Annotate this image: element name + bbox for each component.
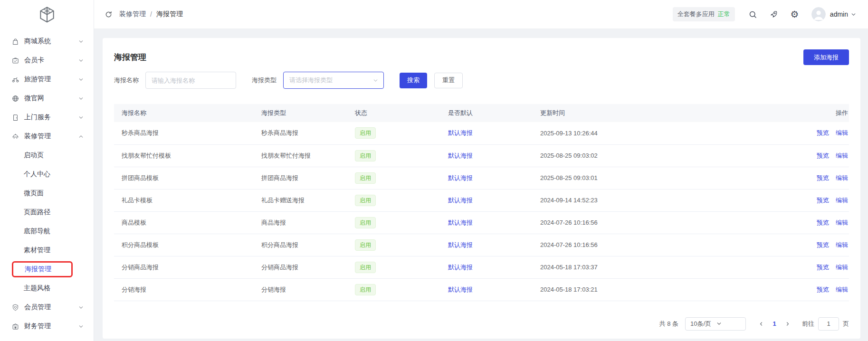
sidebar-item-member-card[interactable]: 会员卡: [0, 51, 94, 70]
member-icon: [11, 303, 19, 312]
edit-link[interactable]: 编辑: [836, 219, 848, 226]
sidebar-item-launch-page[interactable]: 启动页: [0, 146, 94, 165]
main-area: 装修管理 / 海报管理 全套餐多应用 正常 ⚙ admin: [94, 0, 868, 341]
default-poster-link[interactable]: 默认海报: [448, 264, 473, 271]
sidebar-item-finance[interactable]: 财务管理: [0, 317, 94, 336]
status-badge: 启用: [355, 284, 376, 295]
cell-actions: 预览编辑: [768, 211, 849, 234]
sidebar-item-label: 微页面: [24, 189, 44, 198]
status-badge: 启用: [355, 150, 376, 161]
goto-page-input[interactable]: [818, 317, 839, 331]
refresh-icon[interactable]: [105, 10, 113, 19]
sidebar-item-bottom-nav[interactable]: 底部导航: [0, 222, 94, 241]
gear-icon[interactable]: ⚙: [790, 10, 799, 19]
chevron-down-icon: [78, 76, 84, 83]
current-page[interactable]: 1: [768, 320, 781, 327]
preview-link[interactable]: 预览: [817, 286, 829, 293]
default-poster-link[interactable]: 默认海报: [448, 197, 473, 204]
col-actions: 操作: [768, 104, 849, 122]
sidebar-item-poster[interactable]: 海报管理: [0, 260, 94, 279]
preview-link[interactable]: 预览: [817, 174, 829, 181]
sidebar-item-decoration[interactable]: 装修管理: [0, 127, 94, 146]
poster-name-input[interactable]: [145, 72, 236, 89]
default-poster-link[interactable]: 默认海报: [448, 152, 473, 159]
search-icon[interactable]: [748, 10, 757, 19]
status-badge: 启用: [355, 127, 376, 139]
plan-badge[interactable]: 全套餐多应用 正常: [673, 7, 735, 21]
default-poster-link[interactable]: 默认海报: [448, 129, 473, 136]
topbar: 装修管理 / 海报管理 全套餐多应用 正常 ⚙ admin: [94, 0, 868, 29]
preview-link[interactable]: 预览: [817, 129, 829, 136]
edit-link[interactable]: 编辑: [836, 152, 848, 159]
edit-link[interactable]: 编辑: [836, 264, 848, 271]
cell-default: 默认海报: [448, 234, 540, 256]
preview-link[interactable]: 预览: [817, 197, 829, 204]
chevron-down-icon: [78, 114, 84, 121]
search-button[interactable]: 搜索: [400, 73, 427, 88]
edit-link[interactable]: 编辑: [836, 197, 848, 204]
next-page-button[interactable]: [781, 317, 794, 331]
preview-link[interactable]: 预览: [817, 241, 829, 248]
default-poster-link[interactable]: 默认海报: [448, 286, 473, 293]
table-row: 秒杀商品海报秒杀商品海报启用默认海报2025-09-13 10:26:44预览编…: [114, 122, 849, 144]
topbar-right: 全套餐多应用 正常 ⚙ admin: [673, 7, 857, 21]
cell-poster-name: 礼品卡模板: [114, 189, 261, 211]
travel-icon: [11, 76, 19, 84]
rocket-icon[interactable]: [769, 10, 778, 19]
sidebar-item-label: 旅游管理: [24, 75, 78, 84]
sidebar-item-label: 财务管理: [24, 322, 78, 331]
sidebar-item-micro-site[interactable]: 微官网: [0, 89, 94, 108]
sidebar-item-label: 会员管理: [24, 303, 78, 312]
edit-link[interactable]: 编辑: [836, 286, 848, 293]
col-poster-name: 海报名称: [114, 104, 261, 122]
default-poster-link[interactable]: 默认海报: [448, 219, 473, 226]
sidebar-item-micro-page[interactable]: 微页面: [0, 184, 94, 203]
sidebar-item-theme-style[interactable]: 主题风格: [0, 279, 94, 298]
breadcrumb-decoration[interactable]: 装修管理: [119, 10, 146, 19]
add-poster-button[interactable]: 添加海报: [803, 49, 849, 65]
reset-button[interactable]: 重置: [434, 73, 463, 88]
goto-label: 前往: [802, 320, 814, 328]
sidebar-item-travel[interactable]: 旅游管理: [0, 70, 94, 89]
cell-poster-name: 积分商品模板: [114, 234, 261, 256]
decorate-icon: [11, 133, 19, 141]
sidebar-item-mall-system[interactable]: 商城系统: [0, 32, 94, 51]
page-size-select[interactable]: 10条/页: [685, 317, 746, 331]
cell-actions: 预览编辑: [768, 144, 849, 167]
sidebar-item-material[interactable]: 素材管理: [0, 241, 94, 260]
total-count: 共 8 条: [659, 320, 678, 328]
sidebar-item-label: 会员卡: [24, 56, 78, 65]
sidebar-item-member[interactable]: 会员管理: [0, 298, 94, 317]
edit-link[interactable]: 编辑: [836, 174, 848, 181]
sidebar-item-label: 启动页: [24, 151, 44, 160]
cell-actions: 预览编辑: [768, 256, 849, 278]
sidebar-item-door-service[interactable]: 上门服务: [0, 108, 94, 127]
avatar[interactable]: [811, 7, 826, 21]
prev-page-button[interactable]: [754, 317, 768, 331]
status-badge: 启用: [355, 195, 376, 206]
sidebar-item-personal-center[interactable]: 个人中心: [0, 165, 94, 184]
cell-actions: 预览编辑: [768, 278, 849, 301]
card-icon: [11, 57, 19, 65]
edit-link[interactable]: 编辑: [836, 129, 848, 136]
user-name[interactable]: admin: [830, 10, 848, 18]
default-poster-link[interactable]: 默认海报: [448, 174, 473, 181]
preview-link[interactable]: 预览: [817, 264, 829, 271]
cell-status: 启用: [355, 144, 448, 167]
cell-status: 启用: [355, 122, 448, 144]
cell-updated: 2025-08-25 09:03:01: [540, 167, 768, 189]
poster-type-label: 海报类型: [252, 76, 277, 85]
chevron-down-icon: [78, 38, 84, 45]
chevron-down-icon[interactable]: [850, 11, 857, 18]
sidebar-item-label: 商城系统: [24, 37, 78, 46]
col-poster-type: 海报类型: [261, 104, 355, 122]
preview-link[interactable]: 预览: [817, 152, 829, 159]
sidebar-item-page-path[interactable]: 页面路径: [0, 203, 94, 222]
preview-link[interactable]: 预览: [817, 219, 829, 226]
poster-type-select[interactable]: 请选择海报类型: [283, 72, 384, 89]
cell-status: 启用: [355, 256, 448, 278]
submenu-decoration: 启动页个人中心微页面页面路径底部导航素材管理海报管理主题风格: [0, 146, 94, 298]
edit-link[interactable]: 编辑: [836, 241, 848, 248]
default-poster-link[interactable]: 默认海报: [448, 241, 473, 248]
table-body: 秒杀商品海报秒杀商品海报启用默认海报2025-09-13 10:26:44预览编…: [114, 122, 849, 301]
